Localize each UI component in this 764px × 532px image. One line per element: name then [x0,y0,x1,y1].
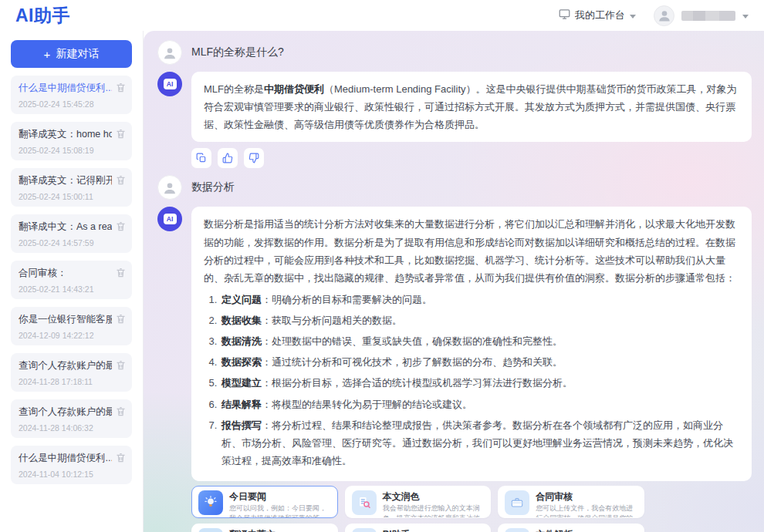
ai-answer-prefix: MLF的全称是 [204,83,264,95]
delete-conversation-icon[interactable] [115,313,127,325]
user-message-row: 数据分析 [157,175,752,200]
conversation-title: 翻译成英文：home home [19,128,112,141]
thumbs-up-button[interactable] [218,148,238,168]
ai-answer-term: 中期借贷便利 [264,83,324,95]
trend-chart-icon [505,528,529,532]
briefcase-icon [505,490,529,515]
pie-chart-icon [352,528,377,532]
ai-avatar: AI [157,207,182,231]
card-today-news[interactable]: 今日要闻 您可以问我，例如：今日要闻，我会尽力提供准确和可靠的答案。 [191,486,338,518]
conversation-item[interactable]: 翻译成英文：记得刚开始... 2025-02-24 15:00:11 [11,168,132,207]
ai-avatar: AI [157,72,182,96]
card-contract-review[interactable]: 合同审核 您可以上传文件，我会有效地进行合同审核，确保合同满足您的业务需求。 [498,486,644,518]
analysis-steps-list: 定义问题：明确分析的目标和需要解决的问题。 数据收集：获取与分析问题相关的数据。… [204,291,739,470]
card-translate[interactable]: 翻译中英文 我会旨在保留原始信息的含义、语气和风格，以确保翻译的准确性和自然流畅… [191,524,338,532]
delete-conversation-icon[interactable] [115,267,127,278]
step-item: 模型建立：根据分析目标，选择合适的统计模型或机器学习算法进行数据分析。 [220,374,739,392]
sitemap-icon [198,528,223,532]
ai-message-row: AI MLF的全称是中期借贷便利（Medium-term Lending Fac… [157,72,752,168]
thumbs-down-button[interactable] [244,148,264,168]
copy-button[interactable] [191,148,211,168]
conversation-time: 2024-11-04 10:12:15 [19,470,112,479]
conversation-item[interactable]: 你是一位银行智能客服，... 2024-12-09 14:22:12 [11,307,132,345]
new-chat-label: 新建对话 [56,47,99,61]
top-header: AI助手 我的工作台 [0,0,764,31]
card-title: 今日要闻 [229,491,331,502]
step-item: 数据探索：通过统计分析和可视化技术，初步了解数据的分布、趋势和关联。 [220,353,739,371]
conversation-item[interactable]: 什么是中期借贷便利... 2024-11-04 10:12:15 [11,446,132,484]
ai-avatar-badge: AI [164,79,177,89]
new-chat-button[interactable]: + 新建对话 [11,40,132,68]
card-title: BI助手 [383,529,485,532]
ai-message-card: MLF的全称是中期借贷便利（Medium-term Lending Facili… [191,72,752,142]
ai-message-row: AI 数据分析是指用适当的统计分析方法对收集来的大量数据进行分析，将它们加以汇总… [157,207,752,481]
conversation-title: 什么是中期借贷便利... [19,82,112,95]
ai-message-card: 数据分析是指用适当的统计分析方法对收集来的大量数据进行分析，将它们加以汇总和理解… [191,207,752,481]
user-message-text: MLF的全称是什么? [191,40,284,59]
conversation-title: 翻译成中文：As a reader... [19,221,112,234]
step-item: 结果解释：将模型的结果转化为易于理解的结论或建议。 [220,396,739,413]
delete-conversation-icon[interactable] [115,221,127,232]
card-bi-assistant[interactable]: BI助手 将用户的自然语言转化为SQL查询语句，并直接与数据库进行交互，返回智能… [345,524,492,532]
conversation-sidebar: + 新建对话 什么是中期借贷便利... 2025-02-24 15:45:28 … [0,31,144,532]
feature-cards: 今日要闻 您可以问我，例如：今日要闻，我会尽力提供准确和可靠的答案。 本文润色 … [191,486,644,532]
workspace-menu[interactable]: 我的工作台 [559,8,636,22]
conversation-item[interactable]: 翻译成中文：As a reader... 2025-02-24 14:57:59 [11,214,132,253]
card-title: 本文润色 [383,491,485,502]
delete-conversation-icon[interactable] [115,174,127,186]
chat-panel: MLF的全称是什么? AI MLF的全称是中期借贷便利（Medium-term … [144,31,764,532]
user-message-row: MLF的全称是什么? [157,40,752,65]
delete-conversation-icon[interactable] [115,359,127,371]
conversation-time: 2024-11-28 17:18:11 [19,377,112,386]
step-item: 数据清洗：处理数据中的错误、重复或缺失值，确保数据的准确性和完整性。 [220,332,739,350]
card-title: 文件解析 [536,529,637,532]
user-message-avatar [157,40,182,65]
conversation-title: 查询个人存款账户的最新... [19,359,112,372]
conversation-title: 合同审核： [19,267,112,280]
ai-avatar-badge: AI [164,214,177,224]
plus-icon: + [44,48,51,61]
delete-conversation-icon[interactable] [115,406,127,417]
conversation-title: 查询个人存款账户的最新... [19,406,112,419]
delete-conversation-icon[interactable] [115,128,127,140]
card-desc: 您可以上传文件，我会有效地进行合同审核，确保合同满足您的业务需求。 [536,503,637,518]
step-item: 报告撰写：将分析过程、结果和结论整理成报告，供决策者参考。数据分析在各个领域都有… [220,416,739,470]
document-magnifier-icon [352,490,377,515]
monitor-icon [559,8,570,22]
delete-conversation-icon[interactable] [115,82,127,93]
chevron-down-icon [630,15,636,19]
app-logo: AI助手 [15,4,70,28]
step-item: 数据收集：获取与分析问题相关的数据。 [220,311,739,329]
delete-conversation-icon[interactable] [115,452,127,463]
card-title: 合同审核 [536,491,637,502]
username-redacted[interactable] [681,11,735,21]
conversation-item[interactable]: 查询个人存款账户的最新... 2024-11-28 17:18:11 [11,353,132,392]
conversation-time: 2025-02-24 15:00:11 [19,192,112,201]
conversation-item[interactable]: 合同审核： 2025-02-21 14:43:21 [11,261,132,299]
card-desc: 我会帮助您进行您输入的文本润色，提高文本的流畅度和表达效果。 [383,503,485,518]
conversation-title: 你是一位银行智能客服，... [19,313,112,326]
user-message-text: 数据分析 [191,175,235,194]
conversation-time: 2025-02-24 15:45:28 [19,99,112,109]
conversation-time: 2025-02-21 14:43:21 [19,285,112,294]
card-file-parse[interactable]: 文件解析 您可以上传文件，我将帮助您进行如数据处理、信息检索、自动化办公等。 [498,524,644,532]
quick-actions-section: 今日要闻 您可以问我，例如：今日要闻，我会尽力提供准确和可靠的答案。 本文润色 … [191,486,752,532]
conversation-item[interactable]: 什么是中期借贷便利... 2025-02-24 15:45:28 [11,76,132,114]
step-item: 定义问题：明确分析的目标和需要解决的问题。 [220,291,739,308]
conversation-title: 翻译成英文：记得刚开始... [19,174,112,187]
ai-answer-intro: 数据分析是指用适当的统计分析方法对收集来的大量数据进行分析，将它们加以汇总和理解… [204,218,735,283]
message-actions [191,148,752,168]
conversation-item[interactable]: 翻译成英文：home home 2025-02-24 15:08:19 [11,122,132,160]
user-avatar[interactable] [654,5,674,26]
card-title: 翻译中英文 [229,529,331,532]
chevron-down-icon [742,15,749,19]
workspace-label: 我的工作台 [575,8,625,22]
conversation-time: 2025-02-24 14:57:59 [19,238,112,247]
lightbulb-icon [198,490,223,515]
conversation-title: 什么是中期借贷便利... [19,452,112,465]
card-desc: 您可以问我，例如：今日要闻，我会尽力提供准确和可靠的答案。 [229,503,331,518]
conversation-item[interactable]: 查询个人存款账户的最新... 2024-11-28 14:06:32 [11,399,132,438]
conversation-time: 2024-12-09 14:22:12 [19,331,112,340]
conversation-time: 2025-02-24 15:08:19 [19,146,112,155]
card-text-polish[interactable]: 本文润色 我会帮助您进行您输入的文本润色，提高文本的流畅度和表达效果。 [345,486,492,518]
